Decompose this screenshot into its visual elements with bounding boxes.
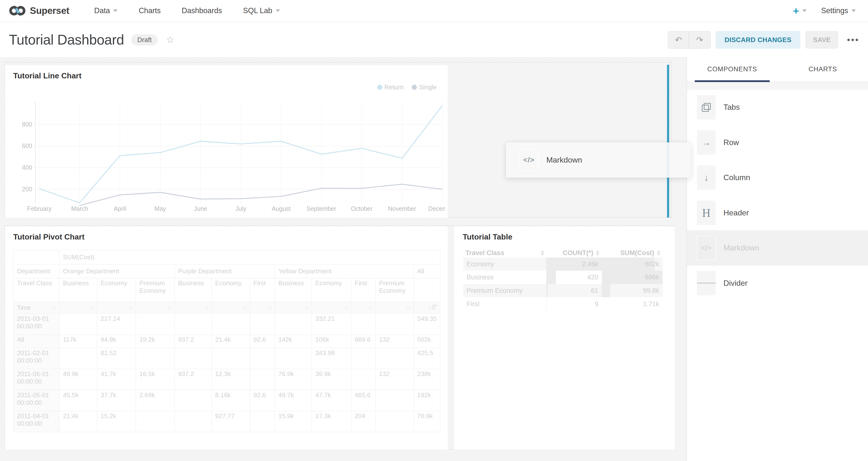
pivot-sort-header[interactable]: ↓↑ bbox=[59, 302, 97, 313]
code-icon: </> bbox=[523, 156, 535, 164]
pivot-cell: 21.4k bbox=[59, 411, 97, 432]
pivot-sort-header[interactable]: ↓↑ bbox=[351, 302, 375, 313]
superset-logo[interactable]: Superset bbox=[9, 5, 69, 17]
chart-title: Tutorial Pivot Chart bbox=[13, 233, 85, 242]
dashboard-header: Tutorial Dashboard Draft ☆ ↶ ↷ DISCARD C… bbox=[0, 23, 868, 57]
undo-button[interactable]: ↶ bbox=[668, 32, 689, 48]
legend-entry-return[interactable]: Return bbox=[377, 84, 403, 91]
brand-name: Superset bbox=[30, 5, 69, 16]
x-axis-tick: April bbox=[114, 205, 126, 212]
pivot-cell: 49.7k bbox=[275, 390, 312, 411]
component-icon-tile: ↓ bbox=[697, 165, 716, 190]
pivot-cell bbox=[351, 369, 375, 390]
pivot-sort-header[interactable]: ↓↑ bbox=[97, 302, 136, 313]
pivot-col-header: Economy bbox=[212, 278, 250, 302]
pivot-cell: 45.5k bbox=[59, 390, 97, 411]
pivot-sort-header[interactable]: ↓↑ bbox=[250, 302, 275, 313]
pivot-cell: 41.7k bbox=[97, 369, 136, 390]
table-chart-card[interactable]: Tutorial Table Travel ClassCOUNT(*)SUM(C… bbox=[454, 226, 675, 450]
pivot-cell: 502k bbox=[414, 335, 440, 348]
nav-menus: DataChartsDashboardsSQL Lab bbox=[84, 6, 290, 15]
tabs-icon bbox=[702, 103, 711, 112]
redo-button[interactable]: ↷ bbox=[689, 32, 710, 48]
favorite-star-icon[interactable]: ☆ bbox=[166, 35, 175, 44]
status-badge: Draft bbox=[131, 34, 158, 45]
table-cell: First bbox=[463, 297, 546, 311]
component-item-divider[interactable]: Divider bbox=[687, 266, 868, 301]
pivot-cell bbox=[375, 313, 414, 334]
nav-menu-data[interactable]: Data bbox=[84, 6, 128, 15]
pivot-col-group: All bbox=[414, 264, 440, 278]
redo-icon: ↷ bbox=[696, 35, 703, 45]
sort-icon: ↓↑ bbox=[268, 305, 271, 311]
pivot-chart-card[interactable]: Tutorial Pivot Chart SUM(Cost)Department… bbox=[5, 226, 448, 450]
line-chart-svg[interactable]: 200400600800FebruaryMarchAprilMayJuneJul… bbox=[8, 95, 445, 214]
pivot-time-header[interactable]: Time↓↑ bbox=[13, 302, 59, 313]
infinity-logo-icon bbox=[9, 5, 26, 17]
nav-menu-sql-lab[interactable]: SQL Lab bbox=[232, 6, 290, 15]
column-header[interactable]: Travel Class bbox=[463, 248, 546, 257]
table-cell: 2.46k bbox=[546, 257, 601, 271]
component-item-label: Row bbox=[723, 138, 739, 147]
component-icon-tile: → bbox=[697, 130, 716, 155]
legend-entry-single[interactable]: Single bbox=[412, 84, 437, 91]
legend-dot bbox=[377, 85, 382, 90]
column-header[interactable]: SUM(Cost) bbox=[602, 248, 662, 257]
nav-menu-charts[interactable]: Charts bbox=[128, 6, 171, 15]
x-axis-tick: August bbox=[272, 205, 290, 212]
pivot-cell: 94.9k bbox=[97, 335, 136, 348]
page-title[interactable]: Tutorial Dashboard bbox=[9, 32, 124, 48]
tab-components[interactable]: COMPONENTS bbox=[687, 57, 777, 81]
y-axis-tick: 400 bbox=[22, 164, 32, 171]
pivot-row-label: 2011-04-01 00:00:00 bbox=[13, 411, 59, 432]
add-new-button[interactable]: + bbox=[793, 6, 807, 16]
pivot-sort-header[interactable]: ↓ bbox=[414, 302, 440, 313]
pivot-sort-header[interactable]: ↓↑ bbox=[275, 302, 312, 313]
pivot-cell: 927.77 bbox=[212, 411, 250, 432]
component-item-header[interactable]: HHeader bbox=[687, 195, 868, 230]
x-axis-tick: May bbox=[154, 205, 166, 212]
pivot-sort-header[interactable]: ↓↑ bbox=[312, 302, 351, 313]
series-line-single bbox=[80, 184, 442, 206]
pivot-axis-label: Travel Class bbox=[13, 278, 59, 302]
discard-changes-button[interactable]: DISCARD CHANGES bbox=[716, 31, 800, 49]
component-item-label: Tabs bbox=[723, 103, 740, 112]
column-header[interactable]: COUNT(*) bbox=[546, 248, 601, 257]
divider-icon bbox=[697, 283, 716, 284]
settings-menu[interactable]: Settings bbox=[821, 6, 856, 15]
drag-ghost-markdown[interactable]: </> Markdown bbox=[506, 143, 691, 178]
pivot-cell: 192k bbox=[414, 390, 440, 411]
table-row: Business420696k bbox=[463, 271, 662, 284]
pivot-cell: 17.3k bbox=[312, 411, 351, 432]
table-row: First91.71k bbox=[463, 297, 662, 311]
pivot-cell: 16.5k bbox=[136, 369, 175, 390]
table-cell: 1.71k bbox=[602, 297, 662, 311]
pivot-sort-header[interactable]: ↓↑ bbox=[375, 302, 414, 313]
component-icon-tile: </> bbox=[697, 236, 716, 260]
save-button[interactable]: SAVE bbox=[805, 31, 838, 49]
pivot-cell bbox=[59, 313, 97, 334]
line-chart-card[interactable]: Tutorial Line Chart ReturnSingle 2004006… bbox=[5, 65, 448, 218]
x-axis-tick: July bbox=[235, 205, 246, 212]
nav-menu-dashboards[interactable]: Dashboards bbox=[171, 6, 232, 15]
component-item-label: Column bbox=[723, 173, 750, 182]
component-item-row[interactable]: →Row bbox=[687, 125, 868, 160]
chart-title: Tutorial Line Chart bbox=[13, 71, 82, 80]
component-item-tabs[interactable]: Tabs bbox=[687, 90, 868, 125]
column-arrow-icon: ↓ bbox=[704, 172, 709, 183]
pivot-sort-header[interactable]: ↓↑ bbox=[136, 302, 175, 313]
pivot-cell: 549.35 bbox=[414, 313, 440, 334]
pivot-cell bbox=[275, 313, 312, 334]
pivot-metric-header: SUM(Cost) bbox=[59, 250, 440, 264]
component-item-column[interactable]: ↓Column bbox=[687, 160, 868, 195]
pivot-sort-header[interactable]: ↓↑ bbox=[212, 302, 250, 313]
pivot-sort-header[interactable]: ↓↑ bbox=[175, 302, 212, 313]
superset-app: Superset DataChartsDashboardsSQL Lab + S… bbox=[0, 0, 868, 461]
pivot-cell: 19.2k bbox=[136, 335, 175, 348]
pivot-cell bbox=[275, 348, 312, 369]
pivot-cell: 70.9k bbox=[414, 411, 440, 432]
more-menu-button[interactable] bbox=[846, 35, 859, 44]
component-item-label: Divider bbox=[723, 279, 748, 288]
tab-charts[interactable]: CHARTS bbox=[777, 57, 868, 81]
chevron-down-icon bbox=[802, 9, 807, 12]
